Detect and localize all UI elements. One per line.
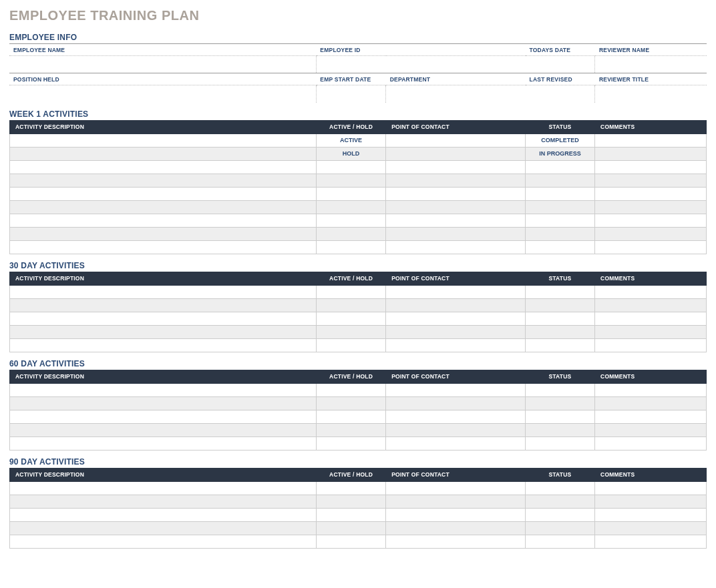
cell-status[interactable]: COMPLETED bbox=[525, 133, 594, 147]
cell-activity-description[interactable] bbox=[10, 481, 317, 495]
cell-active-hold[interactable] bbox=[316, 508, 385, 521]
cell-status[interactable] bbox=[525, 160, 594, 174]
cell-point-of-contact[interactable] bbox=[386, 423, 526, 436]
cell-activity-description[interactable] bbox=[10, 285, 317, 298]
cell-comments[interactable] bbox=[595, 508, 707, 521]
cell-activity-description[interactable] bbox=[10, 187, 317, 200]
cell-status[interactable] bbox=[525, 481, 594, 495]
cell-comments[interactable] bbox=[595, 312, 707, 325]
cell-active-hold[interactable] bbox=[316, 285, 385, 298]
cell-status[interactable] bbox=[525, 298, 594, 312]
input-reviewer-name[interactable] bbox=[595, 56, 707, 73]
cell-point-of-contact[interactable] bbox=[386, 410, 526, 423]
cell-active-hold[interactable] bbox=[316, 396, 385, 410]
cell-point-of-contact[interactable] bbox=[386, 383, 526, 396]
cell-active-hold[interactable] bbox=[316, 423, 385, 436]
cell-activity-description[interactable] bbox=[10, 521, 317, 535]
input-emp-start-date[interactable] bbox=[316, 85, 385, 103]
cell-comments[interactable] bbox=[595, 481, 707, 495]
cell-active-hold[interactable] bbox=[316, 383, 385, 396]
cell-activity-description[interactable] bbox=[10, 312, 317, 325]
input-position-held[interactable] bbox=[9, 85, 316, 103]
cell-activity-description[interactable] bbox=[10, 338, 317, 352]
cell-status[interactable] bbox=[525, 200, 594, 214]
cell-activity-description[interactable] bbox=[10, 383, 317, 396]
cell-comments[interactable] bbox=[595, 240, 707, 254]
cell-active-hold[interactable] bbox=[316, 227, 385, 240]
cell-point-of-contact[interactable] bbox=[386, 508, 526, 521]
cell-comments[interactable] bbox=[595, 214, 707, 227]
cell-activity-description[interactable] bbox=[10, 495, 317, 508]
cell-activity-description[interactable] bbox=[10, 396, 317, 410]
cell-point-of-contact[interactable] bbox=[386, 240, 526, 254]
cell-activity-description[interactable] bbox=[10, 133, 317, 147]
cell-status[interactable] bbox=[525, 396, 594, 410]
cell-comments[interactable] bbox=[595, 383, 707, 396]
cell-activity-description[interactable] bbox=[10, 298, 317, 312]
cell-activity-description[interactable] bbox=[10, 160, 317, 174]
cell-active-hold[interactable] bbox=[316, 521, 385, 535]
cell-active-hold[interactable] bbox=[316, 214, 385, 227]
cell-activity-description[interactable] bbox=[10, 147, 317, 160]
cell-active-hold[interactable]: HOLD bbox=[316, 147, 385, 160]
cell-comments[interactable] bbox=[595, 436, 707, 450]
cell-active-hold[interactable] bbox=[316, 325, 385, 338]
input-last-revised[interactable] bbox=[526, 85, 595, 103]
input-reviewer-title[interactable] bbox=[595, 85, 707, 103]
cell-active-hold[interactable] bbox=[316, 200, 385, 214]
cell-activity-description[interactable] bbox=[10, 410, 317, 423]
cell-status[interactable] bbox=[525, 383, 594, 396]
cell-active-hold[interactable] bbox=[316, 481, 385, 495]
cell-status[interactable] bbox=[525, 312, 594, 325]
cell-status[interactable] bbox=[525, 187, 594, 200]
cell-point-of-contact[interactable] bbox=[386, 285, 526, 298]
cell-active-hold[interactable] bbox=[316, 160, 385, 174]
cell-point-of-contact[interactable] bbox=[386, 325, 526, 338]
cell-status[interactable] bbox=[525, 338, 594, 352]
cell-status[interactable] bbox=[525, 423, 594, 436]
cell-activity-description[interactable] bbox=[10, 174, 317, 187]
cell-status[interactable] bbox=[525, 508, 594, 521]
cell-activity-description[interactable] bbox=[10, 214, 317, 227]
cell-active-hold[interactable] bbox=[316, 410, 385, 423]
cell-comments[interactable] bbox=[595, 325, 707, 338]
cell-status[interactable] bbox=[525, 436, 594, 450]
cell-point-of-contact[interactable] bbox=[386, 396, 526, 410]
cell-status[interactable]: IN PROGRESS bbox=[525, 147, 594, 160]
cell-activity-description[interactable] bbox=[10, 535, 317, 548]
cell-status[interactable] bbox=[525, 285, 594, 298]
cell-point-of-contact[interactable] bbox=[386, 160, 526, 174]
cell-comments[interactable] bbox=[595, 410, 707, 423]
cell-active-hold[interactable] bbox=[316, 187, 385, 200]
cell-activity-description[interactable] bbox=[10, 240, 317, 254]
cell-status[interactable] bbox=[525, 535, 594, 548]
cell-point-of-contact[interactable] bbox=[386, 535, 526, 548]
cell-comments[interactable] bbox=[595, 535, 707, 548]
cell-active-hold[interactable] bbox=[316, 338, 385, 352]
cell-point-of-contact[interactable] bbox=[386, 495, 526, 508]
cell-status[interactable] bbox=[525, 410, 594, 423]
cell-status[interactable] bbox=[525, 521, 594, 535]
cell-activity-description[interactable] bbox=[10, 200, 317, 214]
cell-status[interactable] bbox=[525, 227, 594, 240]
cell-activity-description[interactable] bbox=[10, 423, 317, 436]
cell-status[interactable] bbox=[525, 325, 594, 338]
input-department[interactable] bbox=[386, 85, 526, 103]
cell-active-hold[interactable] bbox=[316, 436, 385, 450]
input-employee-id[interactable] bbox=[316, 56, 385, 73]
cell-active-hold[interactable]: ACTIVE bbox=[316, 133, 385, 147]
cell-point-of-contact[interactable] bbox=[386, 200, 526, 214]
cell-comments[interactable] bbox=[595, 298, 707, 312]
cell-comments[interactable] bbox=[595, 174, 707, 187]
cell-point-of-contact[interactable] bbox=[386, 174, 526, 187]
cell-comments[interactable] bbox=[595, 200, 707, 214]
cell-comments[interactable] bbox=[595, 285, 707, 298]
cell-point-of-contact[interactable] bbox=[386, 147, 526, 160]
cell-active-hold[interactable] bbox=[316, 240, 385, 254]
cell-comments[interactable] bbox=[595, 187, 707, 200]
cell-active-hold[interactable] bbox=[316, 495, 385, 508]
cell-point-of-contact[interactable] bbox=[386, 312, 526, 325]
input-employee-name[interactable] bbox=[9, 56, 316, 73]
cell-point-of-contact[interactable] bbox=[386, 187, 526, 200]
cell-activity-description[interactable] bbox=[10, 436, 317, 450]
